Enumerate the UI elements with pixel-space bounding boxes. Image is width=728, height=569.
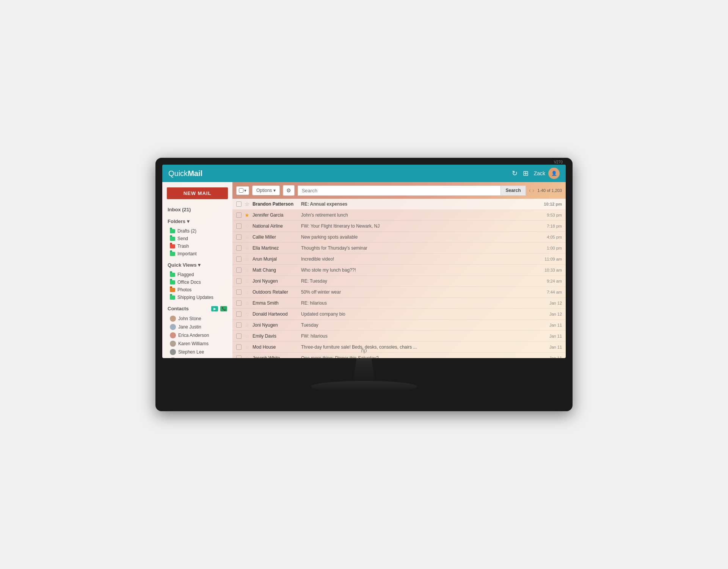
email-checkbox-14[interactable] [236, 355, 242, 358]
email-row[interactable]: ☆ Mod House Three-day furniture sale! Be… [232, 342, 566, 353]
email-row[interactable]: ☆ Brandon Patterson RE: Annual expenses … [232, 199, 566, 210]
dropdown-arrow: ▾ [244, 188, 246, 193]
quick-views-title[interactable]: Quick Views ▾ [162, 261, 232, 269]
contact-karen-williams-label: Karen Williams [178, 341, 209, 346]
contact-karen-williams[interactable]: Karen Williams [162, 340, 232, 348]
new-mail-button[interactable]: NEW MAIL [167, 187, 228, 199]
email-star-14[interactable]: ☆ [245, 355, 249, 358]
email-main: ▾ Options ▾ ⚙ Search [232, 182, 566, 358]
sidebar-item-send-label: Send [177, 236, 188, 241]
email-row[interactable]: ☆ Emma Smith RE: hilarious Jan 12 [232, 298, 566, 309]
contact-irene-chen[interactable]: Irene Chen [162, 356, 232, 358]
email-subject-9: RE: hilarious [301, 300, 539, 306]
settings-button[interactable]: ⚙ [283, 185, 295, 196]
email-subject-5: Incredible video! [301, 256, 539, 262]
email-star-11[interactable]: ☆ [245, 322, 249, 328]
email-row[interactable]: ☆ Donald Hartwood Updated company bio Ja… [232, 309, 566, 320]
checkbox-input[interactable] [239, 188, 243, 193]
sidebar: NEW MAIL Inbox (21) Folders ▾ Drafts (2)… [162, 182, 232, 358]
email-checkbox-5[interactable] [236, 256, 242, 262]
email-sender-2: National Airline [253, 223, 298, 229]
email-row[interactable]: ☆ National Airline FW: Your Flight Itine… [232, 221, 566, 232]
email-star-8[interactable]: ☆ [245, 289, 249, 295]
monitor-model: V270 [554, 160, 563, 164]
sidebar-item-office-docs[interactable]: Office Docs [162, 278, 232, 286]
grid-icon[interactable]: ⊞ [523, 169, 529, 178]
next-page-button[interactable]: › [532, 187, 534, 194]
email-checkbox-7[interactable] [236, 278, 242, 284]
sidebar-item-important[interactable]: Important [162, 250, 232, 258]
sidebar-item-send[interactable]: Send [162, 235, 232, 242]
email-sender-1: Jennifer Garcia [253, 212, 298, 218]
sidebar-item-photos[interactable]: Photos [162, 286, 232, 294]
email-star-1[interactable]: ★ [245, 212, 249, 218]
email-row[interactable]: ☆ Callie Miller New parking spots availa… [232, 232, 566, 243]
contact-avatar-stephen [170, 349, 176, 355]
email-time-7: 9:24 am [542, 279, 562, 283]
email-star-9[interactable]: ☆ [245, 300, 249, 306]
email-subject-13: Three-day furniture sale! Beds, desks, c… [301, 344, 539, 350]
email-subject-10: Updated company bio [301, 311, 539, 317]
email-row[interactable]: ☆ Joni Nyugen Tuesday Jan 11 [232, 320, 566, 331]
email-star-6[interactable]: ☆ [245, 267, 249, 273]
email-time-12: Jan 11 [542, 334, 562, 338]
contact-john-stone[interactable]: John Stone [162, 314, 232, 323]
email-star-5[interactable]: ☆ [245, 256, 249, 262]
options-button[interactable]: Options ▾ [252, 185, 280, 195]
phone-icon[interactable]: 📞 [220, 306, 227, 311]
options-label: Options ▾ [256, 188, 276, 193]
contact-stephen-lee[interactable]: Stephen Lee [162, 348, 232, 356]
sidebar-item-office-docs-label: Office Docs [177, 280, 201, 285]
folders-title[interactable]: Folders ▾ [162, 217, 232, 226]
email-subject-12: FW: hilarious [301, 333, 539, 339]
email-row[interactable]: ☆ Ella Martinez Thoughts for Thursday's … [232, 243, 566, 254]
video-call-icon[interactable]: ▶ [211, 306, 218, 311]
prev-page-button[interactable]: ‹ [529, 187, 531, 194]
avatar[interactable]: 👤 [548, 168, 560, 179]
email-checkbox-10[interactable] [236, 311, 242, 317]
email-row[interactable]: ☆ Matt Chang Who stole my lunch bag??! 1… [232, 265, 566, 276]
email-star-7[interactable]: ☆ [245, 278, 249, 284]
email-checkbox-4[interactable] [236, 245, 242, 251]
email-checkbox-9[interactable] [236, 300, 242, 306]
email-row[interactable]: ★ Jennifer Garcia John's retirement lunc… [232, 210, 566, 221]
email-row[interactable]: ☆ Joseph White One more thing: Dinner th… [232, 353, 566, 358]
email-checkbox-8[interactable] [236, 289, 242, 295]
email-row[interactable]: ☆ Outdoors Retailer 50% off winter wear … [232, 287, 566, 298]
folder-icon-office-docs [170, 280, 175, 284]
sidebar-item-drafts[interactable]: Drafts (2) [162, 227, 232, 235]
search-input[interactable] [298, 185, 501, 196]
email-checkbox-11[interactable] [236, 322, 242, 328]
email-star-3[interactable]: ☆ [245, 234, 249, 240]
email-checkbox-2[interactable] [236, 223, 242, 229]
email-star-10[interactable]: ☆ [245, 311, 249, 317]
sidebar-item-shipping[interactable]: Shipping Updates [162, 294, 232, 301]
sidebar-item-flagged[interactable]: Flagged [162, 271, 232, 278]
email-checkbox-12[interactable] [236, 333, 242, 339]
email-checkbox-13[interactable] [236, 344, 242, 350]
sidebar-item-trash[interactable]: Trash [162, 242, 232, 250]
email-row[interactable]: ☆ Arun Munjal Incredible video! 11:09 am [232, 254, 566, 265]
email-star-2[interactable]: ☆ [245, 223, 249, 229]
contact-avatar-erica [170, 332, 176, 338]
email-checkbox-1[interactable] [236, 212, 242, 218]
select-all-checkbox[interactable]: ▾ [236, 186, 249, 195]
sidebar-item-shipping-label: Shipping Updates [177, 295, 213, 300]
search-button[interactable]: Search [500, 185, 526, 196]
contact-erica-anderson[interactable]: Erica Anderson [162, 331, 232, 340]
email-star-4[interactable]: ☆ [245, 245, 249, 251]
email-star-12[interactable]: ☆ [245, 333, 249, 339]
refresh-icon[interactable]: ↻ [512, 169, 518, 178]
email-row[interactable]: ☆ Joni Nyugen RE: Tuesday 9:24 am [232, 276, 566, 287]
email-time-10: Jan 12 [542, 312, 562, 316]
email-checkbox-6[interactable] [236, 267, 242, 273]
contact-jane-justin[interactable]: Jane Justin [162, 323, 232, 331]
email-star-0[interactable]: ☆ [245, 201, 249, 207]
toolbar: ▾ Options ▾ ⚙ Search [232, 182, 566, 199]
email-checkbox-0[interactable] [236, 201, 242, 207]
contact-avatar-john [170, 316, 176, 322]
contact-stephen-lee-label: Stephen Lee [178, 349, 204, 355]
email-star-13[interactable]: ☆ [245, 344, 249, 350]
email-row[interactable]: ☆ Emily Davis FW: hilarious Jan 11 [232, 331, 566, 342]
email-checkbox-3[interactable] [236, 234, 242, 240]
